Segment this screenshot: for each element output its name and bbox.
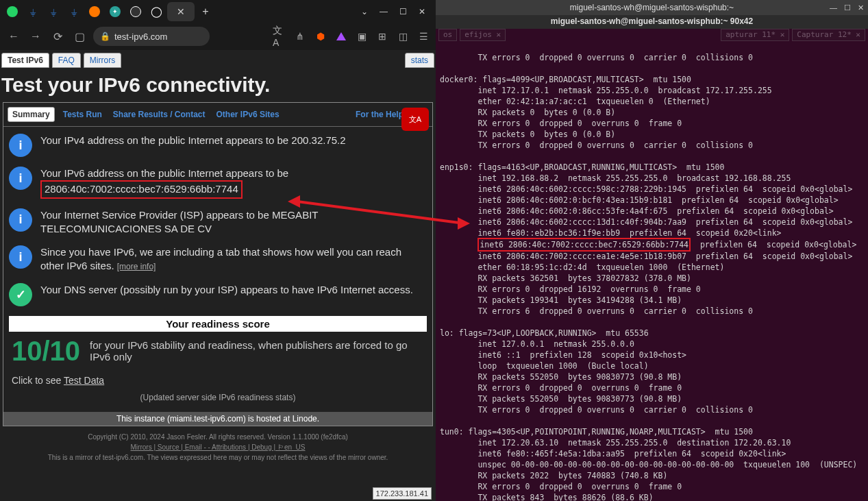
corner-ip: 172.233.181.41: [373, 487, 432, 500]
updated-note: (Updated server side IPv6 readiness stat…: [9, 390, 427, 405]
terminal-subtitle: miguel-santos-wh@miguel-santos-wisphub:~…: [436, 15, 868, 29]
test-data-line: Click to see Test Data: [9, 371, 427, 390]
test-data-link[interactable]: Test Data: [64, 375, 104, 386]
tab-wifi-2[interactable]: ⏚: [44, 3, 63, 20]
sub-tab-share[interactable]: Share Results / Contact: [110, 108, 208, 121]
top-tab-test[interactable]: Test IPv6: [1, 53, 49, 68]
brave-rewards-icon[interactable]: [334, 29, 348, 43]
share-icon[interactable]: ⋔: [293, 29, 307, 43]
window-close[interactable]: ✕: [417, 6, 427, 17]
terminal-body[interactable]: os efijos ✕ apturar 11* ✕ Capturar 12* ✕…: [436, 29, 868, 501]
bookmark-icon[interactable]: ▢: [71, 28, 88, 45]
terminal-window: miguel-santos-wh@miguel-santos-wisphub:~…: [436, 0, 868, 501]
page-footer: Copyright (C) 2010, 2024 Jason Fesler. A…: [1, 426, 434, 468]
term-maximize[interactable]: ☐: [844, 3, 851, 12]
top-tab-mirrors[interactable]: Mirrors: [84, 53, 121, 68]
tab-orange[interactable]: [85, 3, 104, 20]
ghost-tabs: os efijos ✕ apturar 11* ✕ Capturar 12* ✕: [436, 29, 868, 41]
tab-github[interactable]: ◯: [147, 3, 166, 20]
tab-whatsapp[interactable]: [3, 3, 22, 20]
check-icon: ✓: [9, 283, 32, 306]
sidebar-icon[interactable]: ◫: [396, 29, 410, 43]
sub-tab-other[interactable]: Other IPv6 Sites: [214, 108, 282, 121]
terminal-ipv6-highlight: inet6 2806:40c:7002:cccc:bec7:6529:66bb:…: [478, 238, 691, 252]
info-icon: i: [9, 208, 32, 232]
wallet-icon[interactable]: ▣: [355, 29, 369, 43]
dropdown-icon[interactable]: ⌄: [359, 6, 370, 17]
browser-titlebar: ⏚ ⏚ ⏚ ✦ ◯ ✕ + ⌄ — ☐ ✕: [0, 0, 436, 23]
page-title: Test your IPv6 connectivity.: [1, 73, 434, 97]
lock-icon: 🔒: [100, 32, 110, 41]
back-button[interactable]: ←: [5, 28, 22, 45]
footer-links[interactable]: Mirrors | Source | Email - - Attribution…: [131, 443, 306, 451]
terminal-output-bottom: inet6 2806:40c:7002:cccc:ea1e:4e5e:1b18:…: [440, 252, 857, 501]
new-tab-button[interactable]: +: [196, 3, 215, 20]
reload-button[interactable]: ⟳: [49, 28, 66, 45]
menu-icon[interactable]: ☰: [417, 29, 430, 43]
ipv6-tab-note: Since you have IPv6, we are including a …: [40, 245, 427, 273]
isp-result: Your Internet Service Provider (ISP) app…: [40, 208, 427, 236]
ipv4-result: Your IPv4 address on the public Internet…: [40, 134, 346, 147]
url-bar[interactable]: 🔒 test-ipv6.com: [93, 27, 210, 46]
language-badge[interactable]: 文A: [401, 108, 429, 131]
ipv6-highlight: 2806:40c:7002:cccc:bec7:6529:66bb:7744: [40, 180, 243, 198]
terminal-output-top: TX errors 0 dropped 0 overruns 0 carrier…: [440, 53, 852, 238]
tab-wifi-3[interactable]: ⏚: [64, 3, 84, 20]
info-icon: i: [9, 134, 32, 157]
terminal-titlebar: miguel-santos-wh@miguel-santos-wisphub:~…: [436, 0, 868, 15]
sub-tab-tests[interactable]: Tests Run: [60, 108, 105, 121]
info-icon: i: [9, 167, 32, 190]
browser-window: ⏚ ⏚ ⏚ ✦ ◯ ✕ + ⌄ — ☐ ✕ ← → ⟳ ▢ 🔒 test-ipv…: [0, 0, 436, 501]
sub-tab-summary[interactable]: Summary: [8, 107, 55, 122]
readiness-desc: for your IPv6 stability and readiness, w…: [90, 339, 424, 363]
translate-icon[interactable]: 文A: [273, 29, 286, 43]
ipv6-result: Your IPv6 address on the public Internet…: [40, 167, 288, 199]
page-content: Test IPv6 FAQ Mirrors stats Test your IP…: [0, 50, 436, 501]
term-minimize[interactable]: —: [830, 3, 837, 12]
instance-info: This instance (miami.test-ipv6.com) is h…: [3, 412, 432, 426]
window-minimize[interactable]: —: [378, 6, 389, 17]
forward-button[interactable]: →: [27, 28, 44, 45]
more-info-link[interactable]: [more info]: [117, 262, 156, 271]
results-box: Summary Tests Run Share Results / Contac…: [3, 102, 433, 426]
readiness-header: Your readiness score: [9, 316, 427, 332]
tab-close-icon[interactable]: ✕: [177, 6, 185, 17]
tab-active[interactable]: ✕: [167, 2, 195, 21]
term-close[interactable]: ✕: [858, 3, 864, 12]
browser-toolbar: ← → ⟳ ▢ 🔒 test-ipv6.com 文A ⋔ ⬢ ▣ ⊞ ◫ ☰: [0, 23, 436, 50]
dns-result: Your DNS server (possibly run by your IS…: [40, 283, 413, 297]
window-maximize[interactable]: ☐: [397, 6, 408, 17]
brave-shield-icon[interactable]: ⬢: [314, 29, 327, 43]
tab-teal[interactable]: ✦: [106, 3, 125, 20]
tab-wifi-1[interactable]: ⏚: [23, 3, 42, 20]
extension-icon[interactable]: ⊞: [375, 29, 389, 43]
readiness-score: 10/10: [12, 336, 80, 367]
top-tab-faq[interactable]: FAQ: [52, 53, 81, 68]
info-icon: i: [9, 245, 32, 269]
tab-bw[interactable]: [126, 3, 145, 20]
top-tab-stats[interactable]: stats: [405, 53, 434, 68]
url-text: test-ipv6.com: [114, 32, 167, 42]
